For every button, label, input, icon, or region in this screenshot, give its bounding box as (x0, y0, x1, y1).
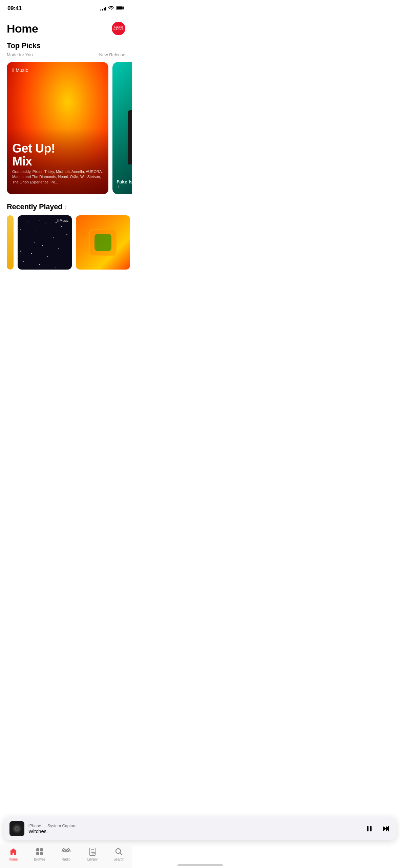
apple-badge-icon:  (57, 219, 59, 222)
recent-card-stars[interactable]:  Music (18, 215, 72, 270)
header: Home GADGET HACKS (0, 15, 132, 39)
stars-background (18, 215, 72, 270)
status-icons (100, 5, 125, 12)
orange-inner-detail (94, 234, 111, 251)
orange-card-overlay (76, 215, 130, 270)
top-picks-title: Top Picks (7, 41, 125, 50)
apple-music-badge:  Music (57, 219, 68, 222)
made-for-you-label: Made for You (7, 52, 33, 57)
top-picks-labels: Made for You New Release (0, 52, 132, 59)
person-body (128, 110, 132, 164)
page-title: Home (7, 22, 38, 35)
new-release-label: New Release (99, 52, 125, 57)
avatar-bottom-text: HACKS (113, 28, 124, 31)
apple-badge-label: Music (60, 219, 68, 222)
svg-rect-1 (117, 6, 123, 9)
orange-inner-shape (89, 229, 117, 256)
card-bottom-title: Fake Is T (117, 179, 132, 185)
apple-music-label: Music (16, 67, 28, 73)
recently-played-title-row: Recently Played › (7, 202, 67, 211)
get-up-mix-card[interactable]:  Music Get Up! Mix Grandaddy, Pixies, T… (7, 62, 108, 194)
status-bar: 09:41 (0, 0, 132, 15)
apple-music-logo:  Music (12, 67, 103, 73)
card-content:  Music Get Up! Mix Grandaddy, Pixies, T… (7, 62, 108, 194)
signal-bars-icon (100, 6, 106, 11)
new-release-card[interactable]: Fake Is T H... (112, 62, 132, 194)
card-bottom-label: Fake Is T H... (117, 179, 132, 189)
person-figure (123, 96, 132, 174)
card-title: Get Up! Mix (12, 142, 103, 168)
recent-card-orange[interactable] (76, 215, 130, 270)
battery-icon (116, 5, 125, 12)
card-bottom-subtitle: H... (117, 185, 132, 189)
recently-played-scroll[interactable]:  Music (0, 213, 132, 275)
wifi-icon (108, 5, 114, 12)
avatar-badge[interactable]: GADGET HACKS (112, 22, 125, 35)
recently-played-chevron: › (64, 203, 67, 211)
apple-logo-icon:  (12, 67, 14, 73)
recently-played-title[interactable]: Recently Played (7, 202, 62, 211)
top-picks-section-header: Top Picks (0, 39, 132, 52)
card-description: Grandaddy, Pixies, Tricky, Mïrändä, Anne… (12, 169, 103, 185)
feature-cards-scroll[interactable]:  Music Get Up! Mix Grandaddy, Pixies, T… (0, 59, 132, 200)
recently-played-header[interactable]: Recently Played › (0, 200, 132, 213)
recent-card-yellow-partial[interactable] (7, 215, 14, 270)
status-time: 09:41 (7, 5, 22, 12)
